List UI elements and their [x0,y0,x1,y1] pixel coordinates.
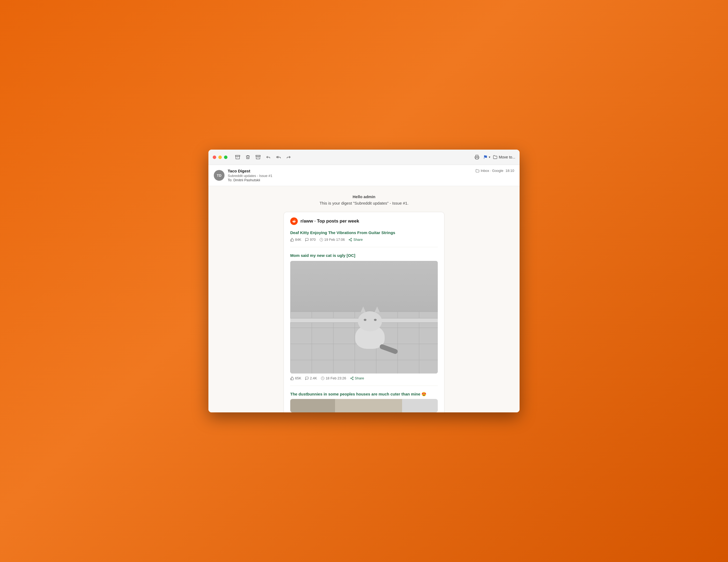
post-1-likes: 84K [290,238,301,242]
svg-rect-2 [256,155,260,156]
trash-button[interactable] [244,153,252,161]
email-body: Hello admin This is your digest "Subredd… [208,186,520,412]
flag-button[interactable]: ▾ [483,155,490,159]
reddit-card: r/aww · Top posts per week Deaf Kitty En… [284,212,444,412]
minimize-button[interactable] [218,156,222,159]
post-3-title[interactable]: The dustbunnies in some peoples houses a… [290,391,438,397]
inbox-label: Inbox · Google [481,169,503,173]
svg-rect-4 [476,158,478,159]
greeting: Hello admin This is your digest "Subredd… [219,194,509,207]
flag-chevron[interactable]: ▾ [489,155,490,159]
forward-button[interactable] [285,153,292,161]
sender-section: TD Taco Digest Subreddit updates - Issue… [214,169,272,182]
reply-button[interactable] [264,153,272,161]
inbox-tag: Inbox · Google [476,169,503,173]
post-1-share[interactable]: Share [348,238,363,242]
svg-point-14 [352,377,353,378]
sender-name: Taco Digest [228,169,272,173]
svg-line-17 [351,378,352,379]
svg-point-8 [351,238,352,239]
subreddit-title: r/aww · Top posts per week [300,219,359,224]
archive-move-button[interactable] [254,153,262,161]
reddit-icon [290,218,298,225]
maximize-button[interactable] [224,156,227,159]
post-1-meta: 84K 970 19 Feb 17:06 Share [290,238,438,242]
svg-line-11 [350,240,351,240]
post-item-2: Mom said my new cat is ugly [OC] [290,253,438,386]
post-2-meta: 65K 2.4K 18 Feb 23:26 Share [290,376,438,380]
traffic-lights [213,156,227,159]
move-to-label: Move to... [499,155,515,159]
svg-point-9 [349,239,350,240]
email-time: 18:10 [505,169,514,173]
post-2-comments: 2.4K [305,376,317,380]
post-2-share[interactable]: Share [350,376,364,380]
reply-all-button[interactable] [275,153,282,161]
email-meta: Inbox · Google 18:10 [476,169,514,173]
sender-avatar: TD [214,170,225,181]
toolbar-right: ▾ Move to... [473,153,515,161]
greeting-line2: This is your digest "Subreddit updates" … [319,201,409,206]
close-button[interactable] [213,156,216,159]
print-button[interactable] [473,153,481,161]
archive-button[interactable] [234,153,241,161]
email-subject: Subreddit updates - Issue #1 [228,174,272,178]
post-1-date: 19 Feb 17:06 [319,238,345,242]
svg-point-15 [350,378,351,379]
svg-point-16 [352,379,353,380]
toolbar-actions [234,153,292,161]
svg-point-10 [351,240,352,241]
post-1-comments: 970 [305,238,316,242]
email-window: ▾ Move to... TD Taco Digest Subreddit up… [208,150,520,412]
svg-line-18 [351,377,352,378]
post-2-likes: 65K [290,376,301,380]
post-2-title[interactable]: Mom said my new cat is ugly [OC] [290,253,438,258]
email-to: To: Dmitrii Pashutskii [228,178,272,182]
post-2-date: 18 Feb 23:26 [321,376,346,380]
post-1-title[interactable]: Deaf Kitty Enjoying The Vibrations From … [290,230,438,236]
email-header: TD Taco Digest Subreddit updates - Issue… [208,165,520,186]
post-2-image [290,261,438,373]
post-3-partial-image [290,399,438,412]
post-item-3: The dustbunnies in some peoples houses a… [290,391,438,412]
svg-line-12 [350,239,351,239]
greeting-line1: Hello admin [219,194,509,200]
svg-rect-0 [236,155,240,156]
titlebar: ▾ Move to... [208,150,520,165]
sender-info: Taco Digest Subreddit updates - Issue #1… [228,169,272,182]
post-item-1: Deaf Kitty Enjoying The Vibrations From … [290,230,438,247]
subreddit-header: r/aww · Top posts per week [290,218,438,225]
move-to-button[interactable]: Move to... [493,155,515,159]
